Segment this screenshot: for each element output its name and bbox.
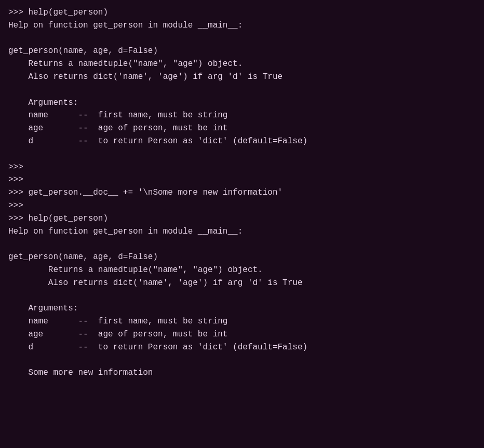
terminal-line: Returns a namedtuple("name", "age") obje… (8, 264, 476, 277)
blank-line (8, 238, 476, 251)
terminal-line: Arguments: (8, 302, 476, 315)
terminal-line: Returns a namedtuple("name", "age") obje… (8, 58, 476, 71)
blank-line (8, 84, 476, 97)
terminal-line: >>> help(get_person) (8, 6, 476, 19)
terminal-line: >>> get_person.__doc__ += '\nSome more n… (8, 186, 476, 199)
blank-line (8, 32, 476, 45)
blank-line (8, 290, 476, 303)
terminal-line: Arguments: (8, 97, 476, 110)
blank-line (8, 354, 476, 367)
terminal-line: >>> (8, 199, 476, 212)
terminal-line: name -- first name, must be string (8, 109, 476, 122)
terminal-line: Help on function get_person in module __… (8, 225, 476, 238)
terminal-line: Help on function get_person in module __… (8, 19, 476, 32)
terminal-line: d -- to return Person as 'dict' (default… (8, 341, 476, 354)
terminal-line: Some more new information (8, 366, 476, 379)
terminal-line: >>> help(get_person) (8, 212, 476, 225)
terminal-line: >>> (8, 161, 476, 174)
terminal-line: Also returns dict('name', 'age') if arg … (8, 71, 476, 84)
terminal-line: get_person(name, age, d=False) (8, 251, 476, 264)
terminal-line: >>> (8, 173, 476, 186)
terminal-line: age -- age of person, must be int (8, 122, 476, 135)
terminal-line: get_person(name, age, d=False) (8, 45, 476, 58)
terminal-line: name -- first name, must be string (8, 315, 476, 328)
terminal-output: >>> help(get_person)Help on function get… (8, 6, 476, 448)
terminal-line: d -- to return Person as 'dict' (default… (8, 135, 476, 148)
blank-line (8, 148, 476, 161)
terminal-line: Also returns dict('name', 'age') if arg … (8, 277, 476, 290)
terminal-line: age -- age of person, must be int (8, 328, 476, 341)
